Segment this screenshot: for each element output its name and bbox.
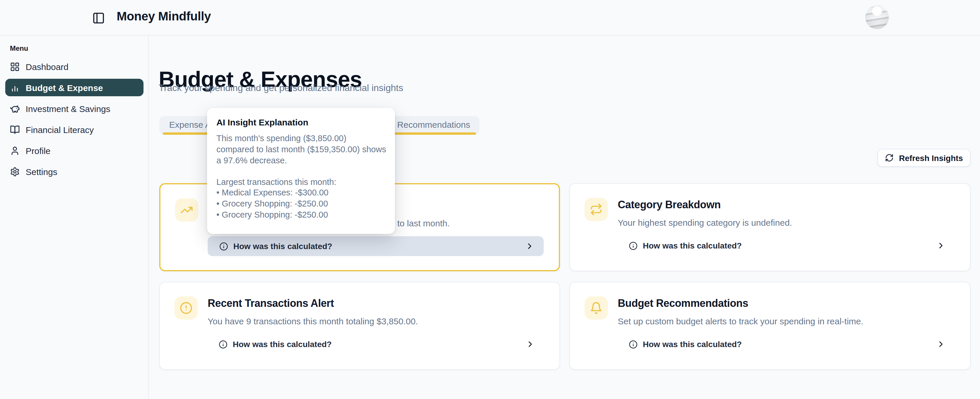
sidebar-item-dashboard[interactable]: Dashboard bbox=[5, 58, 143, 75]
repeat-icon bbox=[584, 198, 608, 221]
card-recent-transactions[interactable]: Recent Transactions Alert You have 9 tra… bbox=[159, 282, 560, 370]
page-subtitle: Track your spending and get personalized… bbox=[159, 83, 403, 93]
refresh-insights-button[interactable]: Refresh Insights bbox=[877, 149, 970, 167]
how-calculated-button[interactable]: How was this calculated? bbox=[617, 236, 955, 256]
info-icon bbox=[629, 340, 638, 348]
sidebar-toggle-button[interactable] bbox=[92, 12, 105, 24]
sidebar-item-label: Budget & Expense bbox=[25, 83, 103, 92]
card-description-fragment: to last month. bbox=[397, 218, 450, 228]
gear-icon bbox=[10, 167, 20, 176]
bell-icon bbox=[584, 296, 608, 320]
how-calculated-button[interactable]: How was this calculated? bbox=[617, 334, 955, 354]
app-screen: Money Mindfully Menu Dashboard Budget & … bbox=[0, 0, 980, 399]
chevron-right-icon bbox=[936, 340, 946, 349]
chevron-right-icon bbox=[936, 241, 946, 250]
piggy-bank-icon bbox=[10, 103, 20, 113]
user-icon bbox=[10, 146, 20, 156]
refresh-insights-label: Refresh Insights bbox=[899, 153, 963, 162]
sidebar-item-label: Settings bbox=[25, 167, 57, 176]
card-description: Set up custom budget alerts to track you… bbox=[618, 316, 863, 326]
how-calculated-label: How was this calculated? bbox=[233, 340, 332, 349]
info-icon bbox=[219, 340, 228, 348]
tooltip-transactions: Largest transactions this month: Medical… bbox=[216, 176, 386, 221]
how-calculated-button[interactable]: How was this calculated? bbox=[208, 236, 544, 256]
tooltip-paragraph: This month's spending ($3,850.00) compar… bbox=[216, 133, 386, 166]
how-calculated-label: How was this calculated? bbox=[643, 241, 742, 250]
how-calculated-button[interactable]: How was this calculated? bbox=[207, 334, 544, 354]
ai-insight-tooltip: AI Insight Explanation This month's spen… bbox=[207, 108, 395, 234]
alert-circle-icon bbox=[174, 296, 198, 320]
chevron-right-icon bbox=[525, 242, 535, 251]
card-title: Budget Recommendations bbox=[618, 297, 748, 310]
card-description: You have 9 transactions this month total… bbox=[208, 316, 418, 326]
sidebar: Menu Dashboard Budget & Expense Investme… bbox=[0, 36, 149, 399]
sidebar-nav: Dashboard Budget & Expense Investment & … bbox=[0, 58, 149, 184]
sidebar-item-label: Financial Literacy bbox=[25, 124, 94, 135]
card-description: Your highest spending category is undefi… bbox=[618, 218, 792, 227]
stage: Money Mindfully Menu Dashboard Budget & … bbox=[0, 0, 980, 399]
book-open-icon bbox=[10, 124, 20, 135]
panel-left-icon bbox=[92, 12, 105, 24]
dashboard-icon bbox=[10, 62, 20, 72]
card-title: Recent Transactions Alert bbox=[208, 297, 334, 310]
trending-up-icon bbox=[175, 198, 198, 222]
user-avatar[interactable] bbox=[865, 5, 889, 29]
sidebar-menu-label: Menu bbox=[10, 45, 28, 52]
sidebar-item-investment-savings[interactable]: Investment & Savings bbox=[5, 100, 143, 117]
sidebar-item-label: Dashboard bbox=[25, 62, 68, 72]
sidebar-item-label: Investment & Savings bbox=[25, 103, 110, 113]
info-icon bbox=[629, 241, 638, 250]
tooltip-bullet: Medical Expenses: -$300.00 bbox=[216, 188, 386, 199]
refresh-icon bbox=[885, 153, 894, 162]
app-title: Money Mindfully bbox=[117, 10, 211, 23]
tooltip-title: AI Insight Explanation bbox=[216, 117, 386, 127]
bar-chart-icon bbox=[10, 83, 20, 92]
tooltip-bullet: Grocery Shopping: -$250.00 bbox=[216, 210, 386, 221]
sidebar-item-profile[interactable]: Profile bbox=[5, 142, 143, 159]
card-title: Category Breakdown bbox=[618, 199, 721, 211]
sidebar-item-label: Profile bbox=[25, 146, 51, 156]
card-category-breakdown[interactable]: Category Breakdown Your highest spending… bbox=[570, 183, 970, 271]
tooltip-bullet: Grocery Shopping: -$250.00 bbox=[216, 198, 386, 210]
tooltip-section-heading: Largest transactions this month: bbox=[216, 177, 336, 186]
top-header: Money Mindfully bbox=[0, 0, 980, 36]
sidebar-item-budget-expense[interactable]: Budget & Expense bbox=[5, 79, 143, 96]
sidebar-item-settings[interactable]: Settings bbox=[5, 163, 143, 180]
sidebar-item-financial-literacy[interactable]: Financial Literacy bbox=[5, 121, 143, 138]
chevron-right-icon bbox=[526, 340, 535, 349]
how-calculated-label: How was this calculated? bbox=[643, 340, 742, 349]
how-calculated-label: How was this calculated? bbox=[233, 242, 332, 251]
card-budget-recommendations[interactable]: Budget Recommendations Set up custom bud… bbox=[570, 282, 970, 370]
info-icon bbox=[220, 242, 228, 251]
